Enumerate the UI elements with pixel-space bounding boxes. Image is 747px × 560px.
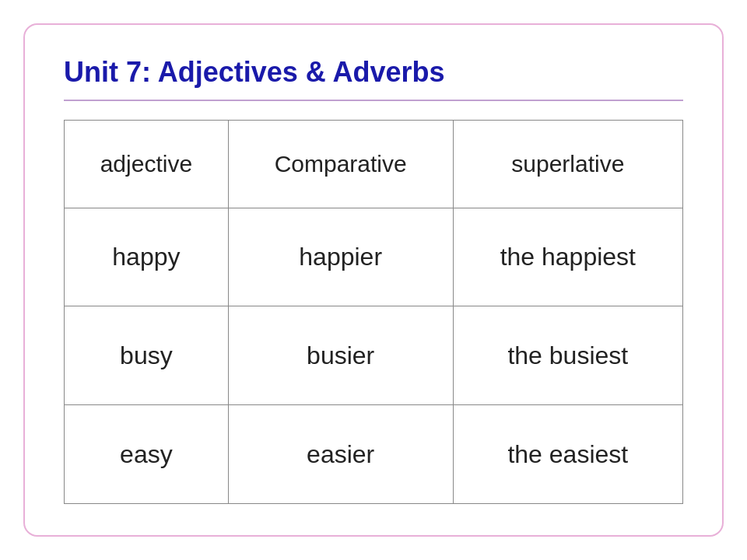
cell-happy: happy [65, 208, 229, 306]
header-comparative: Comparative [228, 121, 453, 208]
cell-easier: easier [228, 405, 453, 504]
table-row: busy busier the busiest [65, 306, 683, 405]
slide-title: Unit 7: Adjectives & Adverbs [64, 56, 683, 101]
table-header-row: adjective Comparative superlative [65, 121, 683, 208]
cell-happier: happier [228, 208, 453, 306]
cell-the-happiest: the happiest [453, 208, 682, 306]
header-adjective: adjective [65, 121, 229, 208]
cell-busy: busy [65, 306, 229, 405]
content-table: adjective Comparative superlative happy … [64, 120, 683, 504]
table-row: happy happier the happiest [65, 208, 683, 306]
table-row: easy easier the easiest [65, 405, 683, 504]
cell-easy: easy [65, 405, 229, 504]
cell-the-easiest: the easiest [453, 405, 682, 504]
header-superlative: superlative [453, 121, 682, 208]
cell-busier: busier [228, 306, 453, 405]
slide-container: Unit 7: Adjectives & Adverbs adjective C… [23, 23, 724, 537]
cell-the-busiest: the busiest [453, 306, 682, 405]
